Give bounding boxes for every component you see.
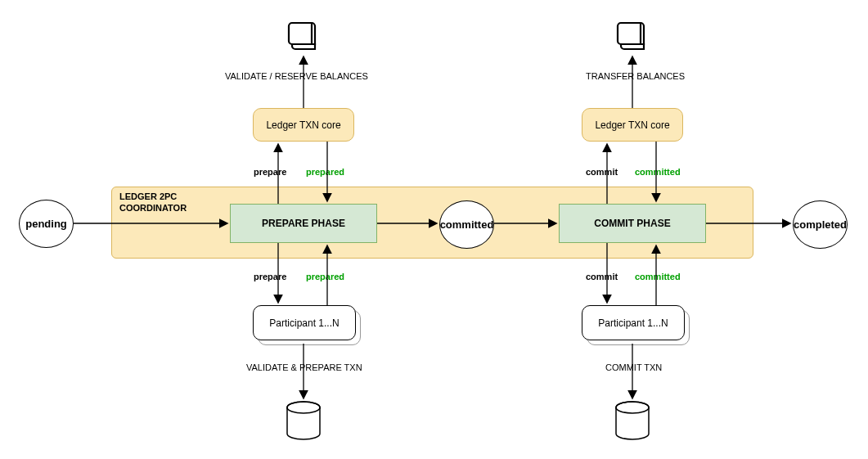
coordinator-label: LEDGER 2PC COORDINATOR [119, 191, 187, 214]
msg-committed-top-right: committed [635, 167, 681, 177]
msg-committed-bottom-right: committed [635, 272, 681, 281]
db-icon-left [286, 401, 322, 442]
coordinator-label-line2: COORDINATOR [119, 203, 187, 213]
state-committed-label: committed [440, 218, 494, 231]
ledger-txn-core-right-label: Ledger TXN core [595, 119, 669, 131]
participant-right-label: Participant 1...N [598, 317, 668, 329]
msg-prepare-top-left: prepare [254, 167, 286, 177]
ledger-txn-core-right: Ledger TXN core [582, 108, 683, 142]
annotation-validate-reserve: VALIDATE / RESERVE BALANCES [225, 71, 368, 81]
msg-commit-top-right: commit [586, 167, 618, 177]
msg-prepared-top-left: prepared [306, 167, 344, 177]
state-pending-label: pending [25, 218, 67, 230]
prepare-phase: PREPARE PHASE [230, 204, 377, 243]
msg-prepared-bottom-left: prepared [306, 272, 344, 281]
state-pending: pending [19, 200, 74, 248]
state-completed: completed [793, 200, 848, 249]
msg-commit-bottom-right: commit [586, 272, 618, 281]
annotation-validate-prepare: VALIDATE & PREPARE TXN [246, 362, 362, 372]
ledger-txn-core-left-label: Ledger TXN core [266, 119, 340, 131]
commit-phase-label: COMMIT PHASE [594, 218, 670, 229]
participant-left-label: Participant 1...N [269, 317, 339, 329]
commit-phase: COMMIT PHASE [559, 204, 706, 243]
db-icon-right [614, 401, 650, 442]
coordinator-label-line1: LEDGER 2PC [119, 191, 177, 201]
participant-right: Participant 1...N [582, 305, 685, 340]
annotation-commit-txn: COMMIT TXN [605, 362, 662, 372]
annotation-transfer: TRANSFER BALANCES [586, 71, 685, 81]
prepare-phase-label: PREPARE PHASE [262, 218, 345, 229]
state-completed-label: completed [794, 218, 847, 231]
book-icon-right [616, 20, 649, 52]
ledger-txn-core-left: Ledger TXN core [253, 108, 354, 142]
state-committed: committed [439, 200, 494, 249]
participant-left: Participant 1...N [253, 305, 356, 340]
msg-prepare-bottom-left: prepare [254, 272, 286, 281]
book-icon-left [287, 20, 320, 52]
